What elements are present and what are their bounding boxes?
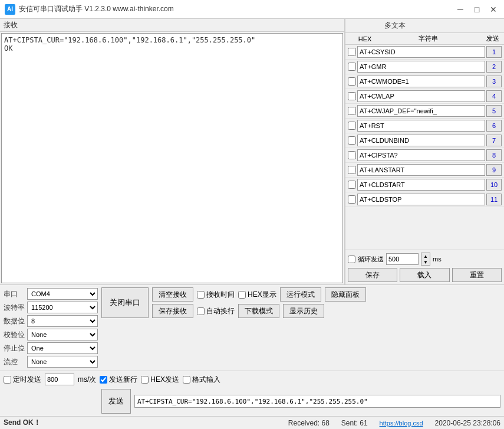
save-recv-button[interactable]: 保存接收 — [152, 304, 193, 318]
receive-area[interactable]: AT+CIPSTA_CUR="192.168.6.100","192.168.6… — [1, 33, 343, 283]
mt-checkbox-7[interactable] — [348, 136, 356, 145]
loop-interval-spinner[interactable]: ▲ ▼ — [421, 253, 430, 266]
loop-send-area: 循环发送 ▲ ▼ ms 保存 载入 重置 — [345, 250, 504, 284]
baud-label: 波特率 — [4, 303, 27, 313]
data-row: 数据位 8 — [4, 315, 98, 328]
mt-send-btn-1[interactable]: 1 — [486, 46, 502, 58]
right-panel: 多文本 HEX 字符串 发送 1234567891011 循环发送 ▲ ▼ ms… — [345, 19, 504, 284]
open-port-button[interactable]: 关闭串口 — [101, 287, 149, 318]
flow-select[interactable]: None — [27, 356, 98, 368]
send-interval-input[interactable] — [45, 374, 74, 385]
recv-time-checkbox[interactable] — [197, 291, 205, 299]
mt-send-btn-5[interactable]: 5 — [486, 105, 502, 117]
mt-checkbox-4[interactable] — [348, 92, 356, 100]
loop-send-label: 循环发送 — [358, 255, 384, 264]
mt-send-btn-10[interactable]: 10 — [486, 179, 502, 191]
spin-down-button[interactable]: ▼ — [421, 259, 430, 265]
mt-send-btn-2[interactable]: 2 — [486, 61, 502, 73]
settings-panel: 串口 COM4 波特率 115200 数据位 8 校验位 No — [4, 287, 98, 368]
multitext-row-9: 9 — [345, 163, 504, 178]
download-mode-button[interactable]: 下载模式 — [238, 304, 279, 318]
mt-checkbox-11[interactable] — [348, 195, 356, 204]
mt-checkbox-2[interactable] — [348, 63, 356, 71]
mt-checkbox-10[interactable] — [348, 181, 356, 189]
mt-input-4[interactable] — [357, 90, 485, 102]
run-mode-button[interactable]: 运行模式 — [280, 287, 321, 302]
save-button[interactable]: 保存 — [348, 268, 397, 282]
show-history-button[interactable]: 显示历史 — [283, 304, 324, 318]
maximize-button[interactable]: □ — [471, 4, 483, 15]
send-input[interactable] — [134, 395, 500, 408]
receive-label: 接收 — [0, 19, 344, 32]
hide-panel-button[interactable]: 隐藏面板 — [325, 287, 366, 302]
mt-checkbox-6[interactable] — [348, 122, 356, 130]
format-input-label: 格式输入 — [183, 375, 220, 385]
mt-send-btn-9[interactable]: 9 — [486, 164, 502, 176]
bottom-bar: 串口 COM4 波特率 115200 数据位 8 校验位 No — [0, 284, 504, 429]
newline-checkbox[interactable] — [100, 376, 107, 384]
loop-interval-input[interactable] — [386, 253, 419, 265]
loop-send-checkbox[interactable] — [348, 256, 355, 263]
load-button[interactable]: 载入 — [400, 268, 449, 282]
loop-row: 循环发送 ▲ ▼ ms — [348, 253, 502, 266]
col-send-header: 发送 — [484, 34, 502, 43]
mt-input-9[interactable] — [357, 164, 485, 176]
mt-input-11[interactable] — [357, 194, 485, 205]
minimize-button[interactable]: ─ — [454, 4, 466, 15]
mt-send-btn-11[interactable]: 11 — [486, 194, 502, 205]
send-button[interactable]: 发送 — [101, 389, 131, 414]
format-input-checkbox[interactable] — [183, 376, 190, 384]
stop-select[interactable]: One — [27, 342, 98, 354]
multitext-row-1: 1 — [345, 45, 504, 60]
mt-input-7[interactable] — [357, 135, 485, 146]
mt-input-1[interactable] — [357, 46, 485, 58]
mt-checkbox-1[interactable] — [348, 48, 356, 56]
mt-checkbox-5[interactable] — [348, 107, 356, 115]
stop-label: 停止位 — [4, 343, 27, 353]
left-panel: 接收 AT+CIPSTA_CUR="192.168.6.100","192.16… — [0, 19, 345, 284]
timed-send-checkbox[interactable] — [4, 376, 11, 384]
data-select[interactable]: 8 — [27, 315, 98, 327]
received-text: Received: 68 — [288, 419, 330, 427]
flow-row: 流控 None — [4, 355, 98, 368]
reset-button[interactable]: 重置 — [452, 268, 502, 282]
mt-send-btn-6[interactable]: 6 — [486, 120, 502, 132]
multitext-rows: 1234567891011 — [345, 45, 504, 250]
title-bar: AI 安信可串口调试助手 V1.2.3.0 www.ai-thinker.com… — [0, 0, 504, 19]
multitext-row-8: 8 — [345, 148, 504, 163]
timed-send-label: 定时发送 — [4, 375, 41, 385]
auto-newline-checkbox[interactable] — [197, 307, 205, 315]
spin-up-button[interactable]: ▲ — [421, 253, 430, 259]
mt-input-6[interactable] — [357, 120, 485, 132]
close-button[interactable]: ✕ — [487, 4, 499, 15]
flow-label: 流控 — [4, 357, 27, 367]
port-select[interactable]: COM4 — [27, 288, 98, 300]
blog-link[interactable]: https://blog.csd — [380, 420, 423, 427]
parity-row: 校验位 None — [4, 328, 98, 341]
multitext-title: 多文本 — [384, 21, 406, 31]
send-input-row: 发送 — [0, 388, 504, 416]
mt-send-btn-3[interactable]: 3 — [486, 76, 502, 87]
mt-input-3[interactable] — [357, 76, 485, 87]
mt-input-2[interactable] — [357, 61, 485, 73]
baud-row: 波特率 115200 — [4, 301, 98, 314]
mt-send-btn-4[interactable]: 4 — [486, 90, 502, 102]
auto-newline-label: 自动换行 — [197, 306, 235, 316]
hex-send-checkbox[interactable] — [141, 376, 149, 384]
mt-input-5[interactable] — [357, 105, 485, 117]
ms-per-label: ms/次 — [78, 375, 96, 385]
baud-select[interactable]: 115200 — [27, 302, 98, 313]
parity-select[interactable]: None — [27, 329, 98, 340]
status-bar: Send OK！ Received: 68 Sent: 61 https://b… — [0, 416, 504, 429]
mt-send-btn-8[interactable]: 8 — [486, 149, 502, 161]
mt-input-8[interactable] — [357, 149, 485, 161]
mt-send-btn-7[interactable]: 7 — [486, 135, 502, 146]
hex-display-checkbox[interactable] — [238, 291, 246, 299]
mt-checkbox-8[interactable] — [348, 151, 356, 159]
multitext-header: 多文本 — [345, 19, 504, 33]
clear-recv-button[interactable]: 清空接收 — [152, 287, 193, 302]
mt-checkbox-3[interactable] — [348, 77, 356, 86]
mt-input-10[interactable] — [357, 179, 485, 191]
data-label: 数据位 — [4, 316, 27, 326]
mt-checkbox-9[interactable] — [348, 166, 356, 174]
